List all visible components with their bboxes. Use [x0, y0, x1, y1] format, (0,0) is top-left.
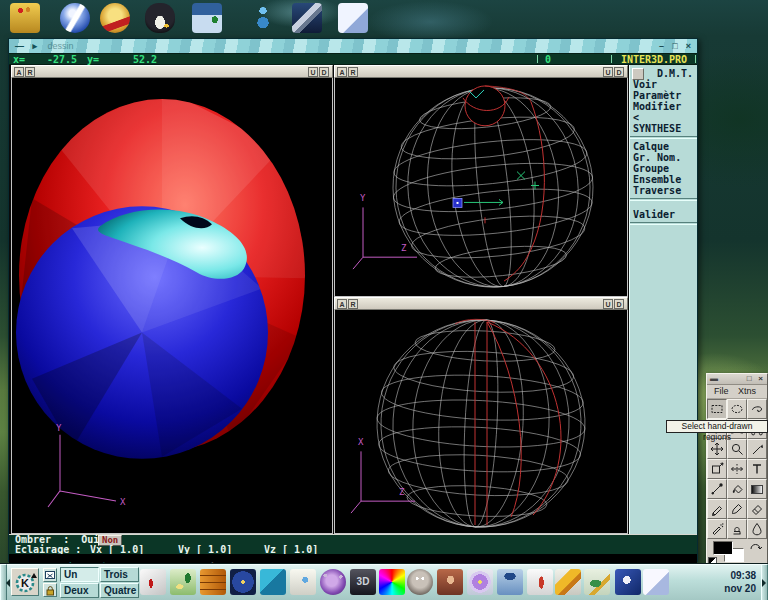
pencil-icon[interactable] — [555, 569, 581, 595]
viewport-button-r[interactable]: R — [25, 67, 35, 77]
viewport-button-u[interactable]: U — [603, 67, 613, 77]
toolbox-titlebar[interactable]: ▬ □ × — [707, 374, 767, 385]
notes-icon[interactable] — [643, 569, 669, 595]
menu-item-valider[interactable]: Valider — [630, 209, 697, 220]
pager-desktop-deux[interactable]: Deux — [60, 583, 99, 598]
gimp-icon[interactable] — [407, 569, 433, 595]
portrait-icon[interactable] — [437, 569, 463, 595]
stamp-icon[interactable] — [100, 3, 130, 33]
menu-item-voir[interactable]: Voir — [630, 79, 697, 90]
leaf-pen-icon[interactable] — [584, 569, 610, 595]
window-list-button[interactable] — [43, 568, 57, 582]
pen-icon[interactable] — [292, 3, 322, 33]
k-menu-button[interactable]: K — [11, 568, 39, 596]
logout-icon[interactable] — [140, 569, 166, 595]
package-tool-icon[interactable] — [260, 569, 286, 595]
tux-penguin-icon[interactable] — [145, 3, 175, 33]
foreground-color-swatch[interactable] — [713, 541, 733, 555]
viewport-button-a[interactable]: A — [337, 299, 347, 309]
lock-screen-button[interactable] — [43, 583, 57, 597]
transform-tool[interactable] — [707, 459, 727, 479]
main-axis-y-label: Y — [56, 423, 62, 433]
molecule-icon[interactable] — [320, 569, 346, 595]
package-icon[interactable] — [10, 3, 40, 33]
menu-item-gr-nom[interactable]: Gr. Nom. — [630, 152, 697, 163]
viewport-button-r[interactable]: R — [348, 67, 358, 77]
ship-wheel-icon[interactable] — [230, 569, 256, 595]
crop-tool[interactable] — [747, 439, 767, 459]
viewport-button-d[interactable]: D — [319, 67, 329, 77]
ellipse-select-tool[interactable] — [727, 399, 747, 419]
viewport-button-d[interactable]: D — [614, 299, 624, 309]
rect-select-tool[interactable] — [707, 399, 727, 419]
shaded-spheres-render[interactable]: Y X — [12, 78, 332, 533]
figure-pen-icon[interactable] — [527, 569, 553, 595]
top-axis-x-label: X — [358, 437, 364, 447]
window-minimize-icon[interactable]: — — [15, 39, 24, 53]
text-tool[interactable] — [747, 459, 767, 479]
find-file-icon[interactable] — [290, 569, 316, 595]
window-close-button[interactable]: × — [683, 39, 694, 53]
left-arrow-icon — [2, 579, 10, 587]
pager-desktop-trois[interactable]: Trois — [100, 567, 139, 582]
viewport-button-u[interactable]: U — [603, 299, 613, 309]
color-picker-tool[interactable] — [707, 479, 727, 499]
menu-item-traverse[interactable]: Traverse — [630, 185, 697, 196]
swap-colors-icon[interactable] — [749, 540, 763, 551]
home-save-icon[interactable] — [497, 569, 523, 595]
blender-3d-icon[interactable]: 3D — [350, 569, 376, 595]
viewport-top-canvas[interactable]: X Z — [334, 310, 628, 534]
ant-icon[interactable] — [248, 3, 278, 33]
menu-item-parametr[interactable]: Paramètr — [630, 90, 697, 101]
toolbox-maximize-button[interactable]: □ — [745, 374, 754, 384]
menu-item-synthese[interactable]: SYNTHESE — [630, 123, 697, 134]
xtns-menu[interactable]: Xtns — [738, 386, 756, 396]
bucket-fill-tool[interactable] — [727, 479, 747, 499]
airbrush-tool[interactable] — [707, 519, 727, 539]
wireframe-top-render[interactable]: X Z — [335, 310, 627, 533]
viewport-button-d[interactable]: D — [614, 67, 624, 77]
panel-hide-right[interactable] — [761, 564, 768, 600]
menu-item-calque[interactable]: Calque — [630, 141, 697, 152]
flower-icon[interactable] — [467, 569, 493, 595]
toolbox-menu-icon[interactable]: ▬ — [710, 374, 718, 383]
free-select-tool[interactable] — [747, 399, 767, 419]
pencil-tool[interactable] — [707, 499, 727, 519]
window-maximize-button[interactable]: □ — [669, 39, 680, 53]
pager-desktop-un[interactable]: Un — [60, 567, 99, 582]
window-minimize-button[interactable]: – — [656, 39, 667, 53]
home-icon[interactable] — [192, 3, 222, 33]
menu-corner-button[interactable] — [632, 68, 644, 80]
palette-icon[interactable] — [379, 569, 405, 595]
window-pin-icon[interactable]: ▸ — [33, 39, 38, 53]
convolve-tool[interactable] — [747, 519, 767, 539]
notepad-icon[interactable] — [338, 3, 368, 33]
clone-tool[interactable] — [727, 519, 747, 539]
viewport-button-r[interactable]: R — [348, 299, 358, 309]
viewport-button-u[interactable]: U — [308, 67, 318, 77]
viewport-button-a[interactable]: A — [14, 67, 24, 77]
paintbrush-tool[interactable] — [727, 499, 747, 519]
viewport-front-canvas[interactable]: Y Z — [334, 78, 628, 297]
eraser-tool[interactable] — [747, 499, 767, 519]
window-titlebar[interactable]: — ▸ dessin – □ × — [9, 39, 697, 53]
blend-tool[interactable] — [747, 479, 767, 499]
file-menu[interactable]: File — [714, 386, 729, 396]
viewport-button-a[interactable]: A — [337, 67, 347, 77]
toolbox-close-button[interactable]: × — [756, 374, 765, 384]
panel-hide-left[interactable] — [0, 564, 7, 600]
menu-item-modifier[interactable]: Modifier — [630, 101, 697, 112]
ski-logo-icon[interactable] — [60, 3, 90, 33]
menu-item-groupe[interactable]: Groupe — [630, 163, 697, 174]
command-menu: D.M.T. Voir Paramètr Modifier < SYNTHESE… — [629, 65, 697, 534]
flip-tool[interactable] — [727, 459, 747, 479]
clock[interactable]: 09:38 nov 20 — [704, 569, 756, 595]
menu-item-ensemble[interactable]: Ensemble — [630, 174, 697, 185]
viewport-main-canvas[interactable]: Y X — [11, 78, 333, 534]
ship-icon[interactable] — [615, 569, 641, 595]
wireframe-front-render[interactable]: Y Z — [335, 78, 627, 296]
desktop-image-icon[interactable] — [170, 569, 196, 595]
menu-item-back[interactable]: < — [630, 112, 697, 123]
pager-desktop-quatre[interactable]: Quatre — [100, 583, 139, 598]
file-cabinet-icon[interactable] — [200, 569, 226, 595]
